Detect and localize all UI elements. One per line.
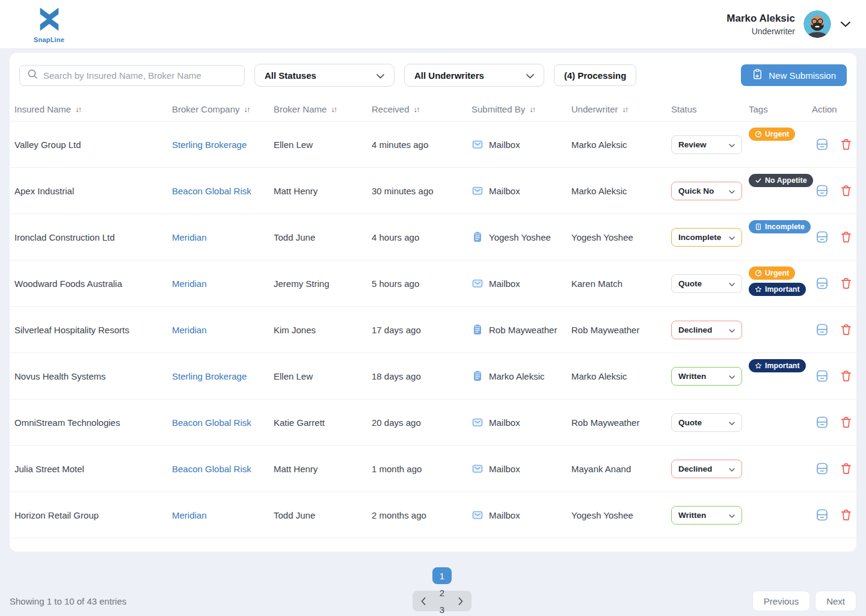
- tags-cell: [749, 446, 812, 491]
- submitted-by-cell: Rob Mayweather: [471, 324, 571, 336]
- underwriter-cell: Yogesh Yoshee: [571, 510, 671, 520]
- star-icon: [755, 286, 762, 293]
- received-cell: 2 months ago: [372, 510, 471, 520]
- clipboard-icon: [471, 231, 484, 243]
- next-button[interactable]: Next: [815, 591, 856, 611]
- action-cell: [812, 462, 856, 475]
- tags-cell: [749, 307, 812, 353]
- broker-name-cell: Matt Henry: [274, 464, 372, 474]
- column-header-broker-company[interactable]: Broker Company↓↑: [172, 104, 274, 114]
- archive-button[interactable]: [815, 138, 829, 151]
- broker-company-link[interactable]: Beacon Global Risk: [172, 464, 251, 474]
- status-filter-dropdown[interactable]: All Statuses: [254, 64, 395, 87]
- previous-button[interactable]: Previous: [752, 591, 810, 611]
- page-button-2[interactable]: 2: [432, 584, 452, 601]
- status-dropdown[interactable]: Review: [671, 135, 742, 154]
- search-icon: [27, 69, 38, 82]
- underwriter-cell: Marko Aleksic: [571, 140, 671, 150]
- page-button-1[interactable]: 1: [432, 567, 452, 584]
- chevron-down-icon: [729, 511, 735, 520]
- delete-button[interactable]: [840, 138, 853, 151]
- status-dropdown[interactable]: Quick No: [671, 182, 742, 200]
- table-row: OmniStream Technologies Beacon Global Ri…: [10, 399, 856, 446]
- chevron-down-icon[interactable]: [841, 22, 850, 27]
- archive-button[interactable]: [815, 230, 829, 244]
- underwriter-cell: Karen Match: [571, 279, 671, 289]
- entries-summary: Showing 1 to 10 of 43 entries: [10, 596, 126, 606]
- status-dropdown[interactable]: Incomplete: [671, 228, 742, 247]
- pager-next-icon[interactable]: [452, 593, 470, 609]
- archive-button[interactable]: [815, 323, 829, 336]
- sort-icon: ↓↑: [75, 105, 81, 114]
- tag-incomplete: Incomplete: [749, 220, 811, 233]
- column-header-status: Status: [671, 104, 749, 114]
- user-role: Underwriter: [726, 26, 795, 36]
- status-dropdown[interactable]: Declined: [671, 460, 742, 478]
- broker-company-link[interactable]: Sterling Brokerage: [172, 140, 247, 150]
- status-dropdown[interactable]: Quote: [671, 413, 742, 432]
- status-dropdown[interactable]: Written: [671, 506, 742, 525]
- archive-button[interactable]: [815, 462, 829, 475]
- chevron-down-icon: [729, 418, 735, 427]
- delete-button[interactable]: [840, 508, 853, 522]
- broker-company-link[interactable]: Meridian: [172, 325, 207, 335]
- sort-icon: ↓↑: [529, 105, 535, 114]
- table-header-row: Insured Name↓↑Broker Company↓↑Broker Nam…: [10, 97, 856, 122]
- archive-button[interactable]: [815, 277, 829, 290]
- submitted-by-cell: Mailbox: [471, 277, 571, 289]
- received-cell: 4 hours ago: [372, 232, 471, 242]
- broker-company-link[interactable]: Meridian: [172, 510, 207, 520]
- chevron-down-icon: [526, 70, 534, 81]
- status-dropdown[interactable]: Written: [671, 367, 742, 386]
- insured-name-cell: Silverleaf Hospitality Resorts: [14, 325, 172, 335]
- column-header-submitted-by[interactable]: Submitted By↓↑: [471, 104, 571, 114]
- column-header-broker-name[interactable]: Broker Name↓↑: [274, 104, 372, 114]
- user-menu[interactable]: Marko Aleksic Underwriter: [726, 10, 850, 38]
- chevron-down-icon: [729, 372, 735, 381]
- avatar[interactable]: [803, 10, 831, 38]
- column-header-received[interactable]: Received↓↑: [372, 104, 471, 114]
- mailbox-icon: [471, 185, 484, 197]
- broker-company-link[interactable]: Beacon Global Risk: [172, 186, 251, 196]
- broker-company-link[interactable]: Meridian: [172, 279, 207, 289]
- pager-prev-icon[interactable]: [414, 593, 432, 609]
- search-input[interactable]: [43, 70, 237, 81]
- delete-button[interactable]: [840, 323, 853, 336]
- column-header-insured-name[interactable]: Insured Name↓↑: [14, 104, 172, 114]
- received-cell: 18 days ago: [372, 371, 471, 381]
- archive-button[interactable]: [815, 369, 829, 383]
- archive-button[interactable]: [815, 184, 829, 197]
- delete-button[interactable]: [840, 277, 853, 290]
- archive-button[interactable]: [815, 508, 829, 522]
- underwriter-filter-dropdown[interactable]: All Underwriters: [404, 64, 544, 87]
- broker-company-link[interactable]: Beacon Global Risk: [172, 417, 251, 428]
- gauge-icon: [755, 270, 762, 277]
- submitted-by-cell: Mailbox: [471, 138, 571, 150]
- delete-button[interactable]: [840, 369, 853, 383]
- clipboard-icon: [471, 370, 484, 382]
- insured-name-cell: OmniStream Technologies: [14, 417, 172, 428]
- column-header-underwriter[interactable]: Underwriter↓↑: [571, 104, 671, 114]
- archive-button[interactable]: [815, 416, 829, 429]
- tags-cell: Urgent: [749, 122, 812, 167]
- delete-button[interactable]: [840, 184, 853, 197]
- sort-icon: ↓↑: [244, 105, 250, 114]
- submitted-by-cell: Mailbox: [471, 416, 571, 428]
- clipboard-icon: [471, 324, 484, 336]
- delete-button[interactable]: [840, 230, 853, 244]
- delete-button[interactable]: [840, 462, 853, 475]
- delete-button[interactable]: [840, 416, 853, 429]
- page-button-3[interactable]: 3: [432, 601, 452, 616]
- mailbox-icon: [471, 138, 484, 150]
- status-dropdown[interactable]: Quote: [671, 274, 742, 293]
- tag-urgent: Urgent: [749, 266, 795, 280]
- broker-company-link[interactable]: Sterling Brokerage: [172, 371, 247, 381]
- insured-name-cell: Woodward Foods Australia: [14, 279, 172, 289]
- new-submission-button[interactable]: New Submission: [741, 64, 847, 86]
- status-dropdown[interactable]: Declined: [671, 321, 742, 339]
- action-cell: [812, 508, 856, 522]
- submitted-by-cell: Mailbox: [471, 463, 571, 475]
- broker-company-link[interactable]: Meridian: [172, 232, 207, 242]
- processing-filter-button[interactable]: (4) Processing: [554, 64, 636, 86]
- brand-name: SnapLine: [34, 36, 64, 43]
